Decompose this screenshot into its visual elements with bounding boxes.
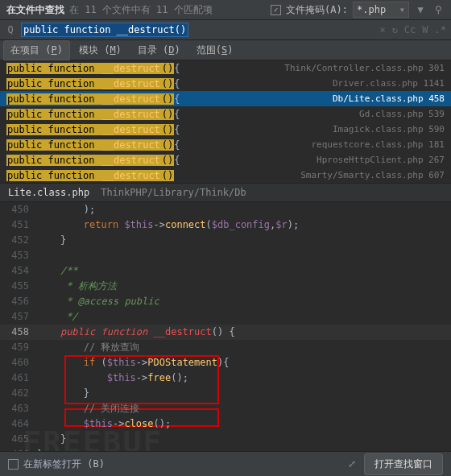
code-line: 450 ); bbox=[0, 202, 451, 217]
mask-label: 文件掩码(A): bbox=[286, 3, 348, 17]
case-icon[interactable]: Cc bbox=[404, 24, 416, 35]
code-line: 462 } bbox=[0, 386, 451, 401]
path-filename: Lite.class.php bbox=[8, 187, 89, 198]
code-line: 454 /** bbox=[0, 263, 451, 279]
result-row[interactable]: public function __destruct() {Think/Cont… bbox=[0, 60, 451, 76]
result-row[interactable]: public function __destruct() {Gd.class.p… bbox=[0, 106, 451, 122]
expand-icon[interactable]: ⤢ bbox=[348, 458, 356, 470]
history-icon[interactable]: ↻ bbox=[392, 24, 398, 35]
regex-icon[interactable]: .* bbox=[435, 24, 446, 35]
pin-icon[interactable]: ⚲ bbox=[432, 3, 445, 16]
code-preview[interactable]: 450 );451 return $this->connect($db_conf… bbox=[0, 202, 451, 462]
code-line: 456 * @access public bbox=[0, 294, 451, 309]
code-line: 457 */ bbox=[0, 309, 451, 325]
close-search-icon[interactable]: × bbox=[379, 24, 385, 35]
results-list: public function __destruct() {Think/Cont… bbox=[0, 60, 451, 183]
header-summary: 在 11 个文件中有 11 个匹配项 bbox=[69, 3, 213, 17]
code-line: 464 $this->close(); bbox=[0, 416, 451, 432]
result-row[interactable]: public function __destruct() {Driver.cla… bbox=[0, 76, 451, 91]
path-dir: ThinkPHP/Library/Think/Db bbox=[101, 187, 246, 198]
code-line: 458 public function __destruct() { bbox=[0, 325, 451, 340]
scope-tab[interactable]: 目录 (D) bbox=[130, 40, 188, 60]
code-line: 463 // 关闭连接 bbox=[0, 401, 451, 416]
scope-tab[interactable]: 模块 (M) bbox=[72, 40, 129, 60]
search-icon: Q bbox=[5, 24, 16, 35]
newtab-checkbox[interactable] bbox=[8, 459, 19, 470]
result-row[interactable]: public function __destruct()Smarty/Smart… bbox=[0, 168, 451, 183]
newtab-label: 在新标签打开 (B) bbox=[23, 457, 105, 471]
code-line: 460 if ($this->PDOStatement){ bbox=[0, 355, 451, 370]
search-row: Q public function __destruct() × ↻ Cc W … bbox=[0, 20, 451, 40]
mask-checkbox[interactable]: ✓ bbox=[271, 5, 281, 15]
open-find-button[interactable]: 打开查找窗口 bbox=[364, 453, 443, 475]
word-icon[interactable]: W bbox=[422, 24, 428, 35]
code-line: 452 } bbox=[0, 233, 451, 248]
mask-input[interactable]: *.php▾ bbox=[353, 2, 409, 18]
window-header: 在文件中查找 在 11 个文件中有 11 个匹配项 ✓ 文件掩码(A): *.p… bbox=[0, 0, 451, 20]
scope-tab[interactable]: 范围(S) bbox=[189, 40, 241, 60]
result-row[interactable]: public function __destruct() {Imagick.cl… bbox=[0, 122, 451, 137]
code-line: 455 * 析构方法 bbox=[0, 279, 451, 294]
file-path-bar: Lite.class.php ThinkPHP/Library/Think/Db bbox=[0, 183, 451, 202]
scope-tab[interactable]: 在项目 (P) bbox=[3, 40, 70, 60]
result-row[interactable]: public function __destruct() {HproseHttp… bbox=[0, 152, 451, 168]
code-line: 465 } bbox=[0, 432, 451, 447]
code-line: 453 bbox=[0, 248, 451, 263]
scope-tabs: 在项目 (P)模块 (M)目录 (D)范围(S) bbox=[0, 40, 451, 60]
code-line: 461 $this->free(); bbox=[0, 370, 451, 386]
header-title: 在文件中查找 bbox=[6, 3, 64, 17]
code-line: 451 return $this->connect($db_config,$r)… bbox=[0, 217, 451, 233]
search-input[interactable]: public function __destruct() bbox=[21, 24, 374, 35]
result-row[interactable]: public function __destruct() {Db/Lite.cl… bbox=[0, 91, 451, 106]
result-row[interactable]: public function __destruct() {requestcor… bbox=[0, 137, 451, 152]
footer: 在新标签打开 (B) ⤢ 打开查找窗口 bbox=[0, 451, 451, 476]
filter-icon[interactable]: ▼ bbox=[414, 3, 427, 16]
code-line: 459 // 释放查询 bbox=[0, 340, 451, 355]
